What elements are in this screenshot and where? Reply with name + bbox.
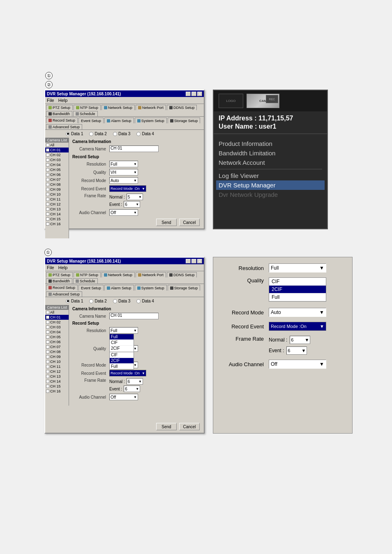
- camera-item-ch14-bottom[interactable]: CH 14: [45, 379, 69, 384]
- camera-item-ch01-bottom[interactable]: CH 01: [45, 315, 69, 320]
- cam-checkbox-ch04[interactable]: [46, 163, 49, 166]
- res-option-cif[interactable]: CIF: [110, 340, 134, 346]
- cam-checkbox-ch08[interactable]: [46, 183, 49, 186]
- menu-help-bottom[interactable]: Help: [58, 265, 68, 270]
- camera-item-ch02-bottom[interactable]: CH 02: [45, 320, 69, 325]
- camera-item-all-bottom[interactable]: All: [45, 310, 69, 315]
- camera-item-ch16[interactable]: CH 16: [45, 222, 69, 226]
- tab-advanced-setup-top[interactable]: Advanced Setup: [46, 124, 82, 129]
- data2-radio-top[interactable]: Data 2: [89, 132, 106, 136]
- menu-dvr-setup[interactable]: DVR Setup Manager: [216, 180, 325, 190]
- camera-item-ch08-bottom[interactable]: CH 08: [45, 349, 69, 354]
- camera-item-ch10-bottom[interactable]: CH 10: [45, 359, 69, 364]
- menu-log-viewer[interactable]: Log file Viewer: [219, 171, 322, 180]
- tab-network-port-bottom[interactable]: Network Port: [136, 272, 166, 277]
- audio-channel-select-top[interactable]: Off ▼: [109, 209, 138, 216]
- tab-event-setup-bottom[interactable]: Event Setup: [78, 285, 104, 291]
- frame-normal-select-bottom[interactable]: 6 ▼: [127, 378, 143, 385]
- detail-record-event-select[interactable]: Record Mode :On ▼: [269, 322, 326, 331]
- resolution-select-top[interactable]: Full ▼: [109, 161, 138, 167]
- menu-file-top[interactable]: File: [47, 98, 54, 103]
- data4-radio-top[interactable]: Data 4: [136, 132, 154, 136]
- camera-item-ch08[interactable]: CH 08: [45, 182, 69, 187]
- camera-item-ch01[interactable]: CH 01: [45, 148, 69, 152]
- menu-file-bottom[interactable]: File: [47, 265, 54, 270]
- cam-checkbox-ch01[interactable]: [46, 148, 49, 152]
- camera-item-ch09-bottom[interactable]: CH 09: [45, 354, 69, 359]
- tab-alarm-setup-top[interactable]: Alarm Setup: [104, 118, 134, 123]
- menu-help-top[interactable]: Help: [58, 98, 68, 103]
- camera-item-ch07[interactable]: CH 07: [45, 177, 69, 182]
- data3-radio-top[interactable]: Data 3: [113, 132, 130, 136]
- data1-radio-top[interactable]: Data 1: [66, 132, 83, 136]
- detail-quality-2cif[interactable]: 2CIF: [269, 286, 326, 293]
- camera-item-ch14[interactable]: CH 14: [45, 212, 69, 217]
- cam-checkbox-ch16[interactable]: [46, 222, 49, 226]
- tab-bandwidth-bottom[interactable]: Bandwidth: [46, 278, 72, 284]
- data4-radio-bottom[interactable]: Data 4: [136, 299, 154, 303]
- tab-network-port-top[interactable]: Network Port: [136, 105, 166, 110]
- cam-checkbox-ch14[interactable]: [46, 212, 49, 216]
- cam-checkbox-ch11[interactable]: [46, 198, 49, 201]
- detail-audio-channel-select[interactable]: Off ▼: [269, 360, 326, 369]
- tab-schedule-top[interactable]: Schedule: [73, 111, 98, 116]
- camera-item-ch12[interactable]: CH 12: [45, 202, 69, 207]
- camera-item-ch04[interactable]: CH 04: [45, 162, 69, 167]
- quality-option-cif[interactable]: CIF: [110, 352, 134, 358]
- send-btn-bottom[interactable]: Send: [156, 423, 177, 430]
- tab-ddns-setup-bottom[interactable]: DDNS Setup: [167, 272, 197, 277]
- camera-name-input-bottom[interactable]: CH 01: [109, 313, 159, 319]
- detail-quality-full[interactable]: Full: [269, 293, 326, 301]
- tab-system-setup-bottom[interactable]: System Setup: [135, 285, 167, 291]
- tab-ptz-setup-top[interactable]: PTZ Setup: [46, 105, 73, 110]
- tab-advanced-setup-bottom[interactable]: Advanced Setup: [46, 291, 82, 297]
- tab-storage-setup-top[interactable]: Storage Setup: [168, 118, 201, 123]
- quality-option-full[interactable]: Full: [110, 364, 134, 369]
- close-btn-top[interactable]: ×: [197, 92, 202, 96]
- minimize-btn-bottom[interactable]: _: [186, 259, 191, 263]
- frame-event-select-top[interactable]: 6 ▼: [124, 201, 140, 208]
- camera-item-all[interactable]: All: [45, 143, 69, 148]
- camera-item-ch06[interactable]: CH 06: [45, 172, 69, 177]
- camera-item-ch12-bottom[interactable]: CH 12: [45, 369, 69, 374]
- tab-alarm-setup-bottom[interactable]: Alarm Setup: [104, 285, 134, 291]
- quality-option-2cif[interactable]: 2CIF: [110, 358, 134, 364]
- tab-network-setup-top[interactable]: Network Setup: [101, 105, 135, 110]
- quality-select-top[interactable]: VH ▼: [109, 169, 138, 175]
- cam-checkbox-ch02[interactable]: [46, 153, 49, 157]
- cancel-btn-top[interactable]: Cancel: [179, 219, 200, 226]
- cam-checkbox-ch12[interactable]: [46, 203, 49, 206]
- maximize-btn-top[interactable]: □: [191, 92, 196, 96]
- send-btn-top[interactable]: Send: [156, 219, 177, 226]
- data2-radio-bottom[interactable]: Data 2: [89, 299, 106, 303]
- camera-item-ch04-bottom[interactable]: CH 04: [45, 330, 69, 335]
- camera-item-ch15[interactable]: CH 15: [45, 217, 69, 222]
- audio-channel-select-bottom[interactable]: Off ▼: [109, 394, 138, 400]
- close-btn-bottom[interactable]: ×: [197, 259, 202, 263]
- tab-record-setup-top[interactable]: Record Setup: [46, 118, 78, 123]
- maximize-btn-bottom[interactable]: □: [191, 259, 196, 263]
- tab-record-setup-bottom[interactable]: Record Setup: [46, 285, 78, 291]
- tab-event-setup-top[interactable]: Event Setup: [78, 118, 104, 123]
- frame-normal-select-top[interactable]: 5 ▼: [127, 194, 143, 200]
- tab-ntp-setup-top[interactable]: NTP Setup: [74, 105, 101, 110]
- camera-item-ch05-bottom[interactable]: CH 05: [45, 335, 69, 339]
- cam-checkbox-ch05[interactable]: [46, 168, 49, 171]
- cam-checkbox-ch10[interactable]: [46, 193, 49, 196]
- camera-item-ch11[interactable]: CH 11: [45, 197, 69, 202]
- tab-storage-setup-bottom[interactable]: Storage Setup: [168, 285, 201, 291]
- detail-resolution-select[interactable]: Full ▼: [269, 263, 326, 272]
- camera-item-ch09[interactable]: CH 09: [45, 187, 69, 192]
- cam-checkbox-ch13[interactable]: [46, 208, 49, 211]
- record-mode-select-top[interactable]: Auto ▼: [109, 177, 138, 184]
- camera-item-ch13-bottom[interactable]: CH 13: [45, 374, 69, 379]
- cam-checkbox-ch07[interactable]: [46, 178, 49, 181]
- data3-radio-bottom[interactable]: Data 3: [113, 299, 130, 303]
- cam-checkbox-ch06[interactable]: [46, 173, 49, 176]
- camera-item-ch16-bottom[interactable]: CH 16: [45, 389, 69, 394]
- resolution-select-bottom[interactable]: Full ▼: [109, 327, 138, 334]
- tab-system-setup-top[interactable]: System Setup: [135, 118, 167, 123]
- cam-checkbox-all[interactable]: [46, 143, 49, 147]
- detail-normal-select[interactable]: 6 ▼: [290, 336, 310, 344]
- record-event-select-top[interactable]: Record Mode :On ▼: [109, 185, 146, 192]
